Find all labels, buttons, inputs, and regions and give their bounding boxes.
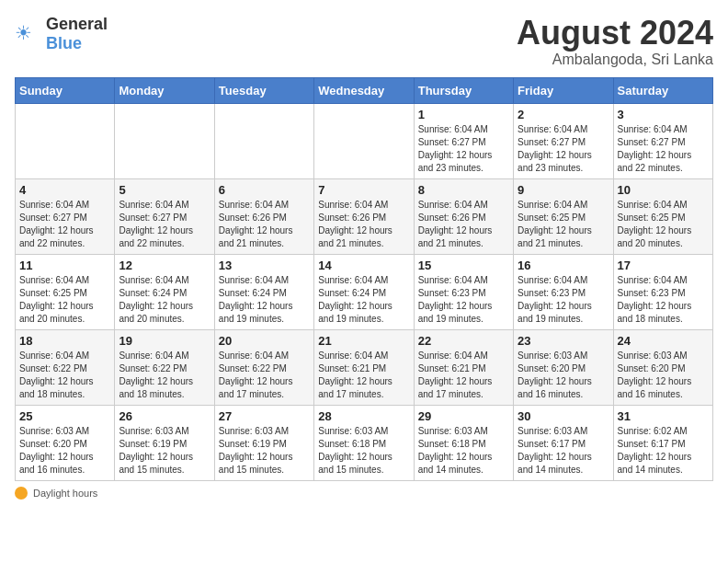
day-info: Sunrise: 6:04 AMSunset: 6:24 PMDaylight:… — [219, 274, 310, 326]
calendar-cell: 24Sunrise: 6:03 AMSunset: 6:20 PMDayligh… — [613, 329, 712, 405]
day-info: Sunrise: 6:04 AMSunset: 6:22 PMDaylight:… — [19, 350, 110, 401]
calendar-cell: 8Sunrise: 6:04 AMSunset: 6:26 PMDaylight… — [414, 178, 513, 254]
day-number: 3 — [618, 108, 709, 121]
title-area: August 2024 Ambalangoda, Sri Lanka — [517, 15, 713, 68]
calendar-cell: 18Sunrise: 6:04 AMSunset: 6:22 PMDayligh… — [16, 329, 115, 405]
day-info: Sunrise: 6:04 AMSunset: 6:24 PMDaylight:… — [119, 274, 210, 326]
calendar-cell: 15Sunrise: 6:04 AMSunset: 6:23 PMDayligh… — [414, 254, 513, 329]
calendar-table: SundayMondayTuesdayWednesdayThursdayFrid… — [15, 77, 713, 481]
logo-blue: Blue — [46, 34, 82, 52]
day-number: 16 — [518, 259, 609, 272]
calendar-cell: 12Sunrise: 6:04 AMSunset: 6:24 PMDayligh… — [115, 254, 214, 329]
day-info: Sunrise: 6:04 AMSunset: 6:26 PMDaylight:… — [418, 199, 509, 250]
calendar-week-row: 1Sunrise: 6:04 AMSunset: 6:27 PMDaylight… — [16, 103, 713, 178]
location: Ambalangoda, Sri Lanka — [517, 52, 713, 68]
day-number: 27 — [219, 409, 310, 423]
calendar-cell: 14Sunrise: 6:04 AMSunset: 6:24 PMDayligh… — [314, 254, 414, 329]
day-number: 11 — [19, 259, 110, 272]
daylight-label: Daylight hours — [33, 488, 97, 499]
day-number: 29 — [418, 409, 509, 423]
day-number: 12 — [119, 259, 210, 272]
calendar-cell: 22Sunrise: 6:04 AMSunset: 6:21 PMDayligh… — [414, 329, 513, 405]
day-number: 9 — [518, 183, 609, 197]
day-info: Sunrise: 6:04 AMSunset: 6:27 PMDaylight:… — [618, 123, 709, 175]
day-info: Sunrise: 6:04 AMSunset: 6:21 PMDaylight:… — [318, 350, 409, 401]
day-info: Sunrise: 6:04 AMSunset: 6:27 PMDaylight:… — [19, 199, 110, 250]
calendar-cell — [16, 103, 115, 178]
calendar-week-row: 11Sunrise: 6:04 AMSunset: 6:25 PMDayligh… — [16, 254, 713, 329]
calendar-cell: 31Sunrise: 6:02 AMSunset: 6:17 PMDayligh… — [613, 405, 712, 480]
day-number: 14 — [318, 259, 409, 272]
calendar-cell — [214, 103, 313, 178]
calendar-cell: 21Sunrise: 6:04 AMSunset: 6:21 PMDayligh… — [314, 329, 414, 405]
day-number: 2 — [518, 108, 609, 121]
day-info: Sunrise: 6:03 AMSunset: 6:17 PMDaylight:… — [518, 425, 609, 477]
day-info: Sunrise: 6:04 AMSunset: 6:24 PMDaylight:… — [318, 274, 409, 326]
day-number: 10 — [618, 183, 709, 197]
calendar-cell — [115, 103, 214, 178]
calendar-cell — [314, 103, 414, 178]
day-number: 7 — [318, 183, 409, 197]
day-info: Sunrise: 6:03 AMSunset: 6:20 PMDaylight:… — [618, 350, 709, 401]
calendar-cell: 25Sunrise: 6:03 AMSunset: 6:20 PMDayligh… — [16, 405, 115, 480]
day-number: 1 — [418, 108, 509, 121]
day-info: Sunrise: 6:04 AMSunset: 6:25 PMDaylight:… — [618, 199, 709, 250]
calendar-cell: 13Sunrise: 6:04 AMSunset: 6:24 PMDayligh… — [214, 254, 313, 329]
logo: ☀ General Blue — [15, 15, 108, 53]
calendar-cell: 3Sunrise: 6:04 AMSunset: 6:27 PMDaylight… — [613, 103, 712, 178]
day-number: 25 — [19, 409, 110, 423]
calendar-cell: 19Sunrise: 6:04 AMSunset: 6:22 PMDayligh… — [115, 329, 214, 405]
day-number: 6 — [219, 183, 310, 197]
calendar-cell: 11Sunrise: 6:04 AMSunset: 6:25 PMDayligh… — [16, 254, 115, 329]
day-number: 31 — [618, 409, 709, 423]
day-number: 23 — [518, 334, 609, 348]
day-info: Sunrise: 6:04 AMSunset: 6:21 PMDaylight:… — [418, 350, 509, 401]
day-info: Sunrise: 6:03 AMSunset: 6:20 PMDaylight:… — [19, 425, 110, 477]
day-info: Sunrise: 6:04 AMSunset: 6:22 PMDaylight:… — [119, 350, 210, 401]
calendar-cell: 26Sunrise: 6:03 AMSunset: 6:19 PMDayligh… — [115, 405, 214, 480]
calendar-cell: 27Sunrise: 6:03 AMSunset: 6:19 PMDayligh… — [214, 405, 313, 480]
page-header: ☀ General Blue August 2024 Ambalangoda, … — [15, 15, 713, 68]
day-info: Sunrise: 6:03 AMSunset: 6:18 PMDaylight:… — [418, 425, 509, 477]
logo-general: General — [46, 15, 108, 33]
day-info: Sunrise: 6:04 AMSunset: 6:27 PMDaylight:… — [418, 123, 509, 175]
day-info: Sunrise: 6:04 AMSunset: 6:23 PMDaylight:… — [518, 274, 609, 326]
day-number: 8 — [418, 183, 509, 197]
calendar-cell: 5Sunrise: 6:04 AMSunset: 6:27 PMDaylight… — [115, 178, 214, 254]
day-info: Sunrise: 6:04 AMSunset: 6:23 PMDaylight:… — [618, 274, 709, 326]
calendar-header-thursday: Thursday — [414, 77, 513, 103]
day-info: Sunrise: 6:03 AMSunset: 6:18 PMDaylight:… — [318, 425, 409, 477]
day-number: 13 — [219, 259, 310, 272]
day-info: Sunrise: 6:04 AMSunset: 6:23 PMDaylight:… — [418, 274, 509, 326]
calendar-cell: 28Sunrise: 6:03 AMSunset: 6:18 PMDayligh… — [314, 405, 414, 480]
calendar-header-row: SundayMondayTuesdayWednesdayThursdayFrid… — [16, 77, 713, 103]
sun-icon — [15, 487, 28, 500]
day-number: 4 — [19, 183, 110, 197]
calendar-cell: 17Sunrise: 6:04 AMSunset: 6:23 PMDayligh… — [613, 254, 712, 329]
calendar-cell: 6Sunrise: 6:04 AMSunset: 6:26 PMDaylight… — [214, 178, 313, 254]
calendar-cell: 23Sunrise: 6:03 AMSunset: 6:20 PMDayligh… — [514, 329, 613, 405]
calendar-cell: 7Sunrise: 6:04 AMSunset: 6:26 PMDaylight… — [314, 178, 414, 254]
day-number: 30 — [518, 409, 609, 423]
calendar-cell: 30Sunrise: 6:03 AMSunset: 6:17 PMDayligh… — [514, 405, 613, 480]
day-info: Sunrise: 6:04 AMSunset: 6:26 PMDaylight:… — [219, 199, 310, 250]
day-info: Sunrise: 6:03 AMSunset: 6:19 PMDaylight:… — [119, 425, 210, 477]
day-number: 28 — [318, 409, 409, 423]
day-number: 19 — [119, 334, 210, 348]
day-info: Sunrise: 6:03 AMSunset: 6:20 PMDaylight:… — [518, 350, 609, 401]
calendar-week-row: 18Sunrise: 6:04 AMSunset: 6:22 PMDayligh… — [16, 329, 713, 405]
day-info: Sunrise: 6:04 AMSunset: 6:27 PMDaylight:… — [119, 199, 210, 250]
day-number: 15 — [418, 259, 509, 272]
calendar-header-tuesday: Tuesday — [214, 77, 313, 103]
day-info: Sunrise: 6:04 AMSunset: 6:25 PMDaylight:… — [518, 199, 609, 250]
day-number: 18 — [19, 334, 110, 348]
calendar-cell: 9Sunrise: 6:04 AMSunset: 6:25 PMDaylight… — [514, 178, 613, 254]
calendar-cell: 4Sunrise: 6:04 AMSunset: 6:27 PMDaylight… — [16, 178, 115, 254]
day-info: Sunrise: 6:04 AMSunset: 6:27 PMDaylight:… — [518, 123, 609, 175]
day-info: Sunrise: 6:04 AMSunset: 6:25 PMDaylight:… — [19, 274, 110, 326]
calendar-header-saturday: Saturday — [613, 77, 712, 103]
day-number: 21 — [318, 334, 409, 348]
calendar-cell: 29Sunrise: 6:03 AMSunset: 6:18 PMDayligh… — [414, 405, 513, 480]
footer-note: Daylight hours — [15, 487, 713, 500]
day-info: Sunrise: 6:02 AMSunset: 6:17 PMDaylight:… — [618, 425, 709, 477]
